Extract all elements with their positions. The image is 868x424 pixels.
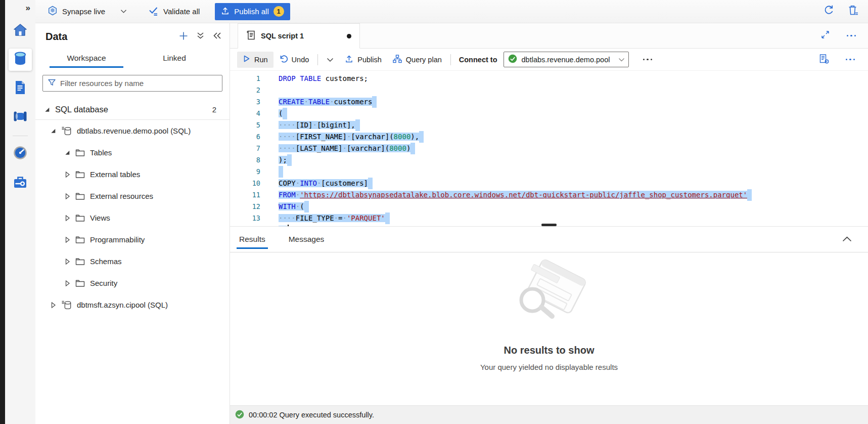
validate-all-button[interactable]: Validate all — [148, 6, 200, 17]
sidebar-item-home[interactable] — [9, 20, 32, 42]
code-token: TABLE — [300, 74, 321, 82]
publish-upload-icon — [345, 55, 353, 65]
publish-all-label: Publish all — [234, 7, 268, 16]
code-line[interactable]: 4( — [230, 108, 868, 119]
tab-workspace[interactable]: Workspace — [50, 49, 123, 68]
sidebar-item-develop[interactable] — [9, 77, 32, 100]
expand-editor-icon[interactable] — [821, 30, 830, 41]
caret-collapsed-icon[interactable] — [50, 302, 57, 309]
caret-expanded-icon[interactable] — [50, 128, 57, 134]
code-line[interactable]: 8); — [230, 154, 868, 166]
code-line[interactable]: 2 — [230, 84, 868, 96]
folder-icon — [75, 149, 85, 157]
code-token: ···· — [279, 133, 296, 141]
tab-linked[interactable]: Linked — [152, 49, 197, 68]
magnifier-document-illustration — [501, 259, 597, 325]
data-pane: Data Workspace Li — [35, 23, 230, 424]
selection-newline-tail — [419, 131, 424, 143]
upload-icon — [221, 7, 230, 17]
tab-messages[interactable]: Messages — [286, 227, 327, 252]
caret-collapsed-icon[interactable] — [64, 258, 71, 265]
workbench: SQL script 1 — [230, 23, 868, 424]
toolbar-overflow-button[interactable] — [843, 59, 858, 61]
run-button[interactable]: Run — [237, 52, 273, 68]
filter-resources-input[interactable] — [60, 79, 217, 88]
code-line[interactable]: 7····[LAST_NAME]·[varchar](8000) — [230, 143, 868, 154]
database-dropdown[interactable]: dbtlabs.revenue.demo.pool — [504, 52, 629, 67]
publish-button[interactable]: Publish — [339, 52, 387, 68]
line-number: 1 — [230, 73, 260, 84]
caret-expanded-icon[interactable] — [43, 106, 51, 113]
code-token: 8000 — [394, 133, 411, 141]
sidebar-item-monitor[interactable] — [9, 143, 32, 165]
collapse-pane-icon[interactable] — [213, 32, 221, 41]
discard-trash-icon[interactable] — [848, 5, 859, 18]
code-token — [321, 74, 325, 82]
code-line[interactable]: 1DROP TABLE customers; — [230, 73, 868, 84]
code-token: 8000 — [389, 144, 406, 152]
script-properties-icon[interactable] — [819, 54, 830, 66]
run-options-chevron[interactable] — [321, 52, 339, 68]
code-line[interactable]: 3CREATE·TABLE·customers — [230, 96, 868, 108]
code-line[interactable]: 13····FILE_TYPE·=·'PARQUET' — [230, 213, 868, 224]
sidebar-item-data[interactable] — [9, 49, 32, 71]
resource-tree: SQL database2dbtlabs.revenue.demo.pool (… — [35, 100, 230, 316]
selection-highlight: COPY·INTO·[customers] — [279, 179, 373, 187]
tab-more-button[interactable] — [844, 35, 859, 37]
tree-item[interactable]: Tables — [35, 142, 230, 163]
code-line[interactable]: 11FROM·'https://dbtlabsynapsedatalake.bl… — [230, 189, 868, 201]
sidebar-item-integrate[interactable] — [9, 106, 32, 129]
folder-icon — [75, 279, 85, 287]
tree-item[interactable]: dbtmsft.azsyn.cipool (SQL) — [35, 294, 230, 316]
selection-highlight: ····[LAST_NAME]·[varchar](8000) — [279, 144, 415, 152]
tree-item-label: Tables — [90, 148, 112, 157]
collapse-all-icon[interactable] — [197, 32, 204, 42]
tab-sql-script-1[interactable]: SQL script 1 — [238, 23, 360, 49]
code-line[interactable]: 10COPY·INTO·[customers] — [230, 178, 868, 189]
code-line[interactable]: 12WITH·( — [230, 201, 868, 213]
line-content — [279, 166, 283, 178]
undo-button[interactable]: Undo — [273, 52, 315, 68]
caret-collapsed-icon[interactable] — [64, 215, 71, 222]
query-plan-button[interactable]: Query plan — [387, 52, 447, 68]
synapse-live-selector[interactable]: Synapse live — [48, 6, 105, 18]
tree-item[interactable]: External resources — [35, 185, 230, 207]
sql-code-editor[interactable]: 1DROP TABLE customers;23CREATE·TABLE·cus… — [230, 71, 868, 226]
tree-item[interactable]: External tables — [35, 163, 230, 185]
tab-results[interactable]: Results — [237, 227, 268, 252]
tree-item[interactable]: Programmability — [35, 229, 230, 250]
line-content: COPY·INTO·[customers] — [279, 178, 373, 189]
collapse-results-chevron-up-icon[interactable] — [842, 236, 852, 242]
code-line[interactable]: 6····[FIRST_NAME]·[varchar](8000), — [230, 131, 868, 143]
mode-chevron-down-icon[interactable] — [120, 9, 127, 14]
refresh-icon[interactable] — [823, 5, 835, 18]
caret-collapsed-icon[interactable] — [64, 193, 71, 200]
publish-all-button[interactable]: Publish all 1 — [215, 3, 290, 20]
caret-collapsed-icon[interactable] — [64, 280, 71, 287]
line-content: ····FILE_TYPE·=·'PARQUET' — [279, 213, 390, 224]
gauge-icon — [13, 146, 27, 162]
tree-item[interactable]: dbtlabs.revenue.demo.pool (SQL) — [35, 120, 230, 142]
tree-item[interactable]: Security — [35, 272, 230, 294]
toolbar-more-button[interactable] — [640, 59, 656, 61]
add-icon[interactable] — [179, 31, 188, 43]
line-number: 2 — [230, 84, 260, 96]
selection-highlight: ····[ID]·[bigint], — [279, 121, 360, 129]
tree-item[interactable]: Schemas — [35, 250, 230, 272]
tree-item[interactable]: Views — [35, 207, 230, 229]
code-line[interactable]: 5····[ID]·[bigint], — [230, 119, 868, 131]
selection-newline-tail — [279, 166, 283, 178]
code-line[interactable]: 9 — [230, 166, 868, 178]
tree-item-label: Security — [90, 279, 117, 287]
caret-collapsed-icon[interactable] — [64, 171, 71, 178]
tree-item[interactable]: SQL database2 — [35, 100, 230, 120]
selection-highlight: ( — [279, 109, 287, 117]
line-number: 9 — [230, 166, 260, 178]
code-token: · — [334, 214, 338, 222]
code-token: [FIRST_NAME] — [296, 133, 347, 141]
sidebar-item-manage[interactable] — [9, 172, 32, 194]
connect-to-label: Connect to — [459, 56, 497, 64]
expand-rail-button[interactable]: » — [26, 2, 35, 13]
caret-collapsed-icon[interactable] — [64, 236, 71, 243]
caret-expanded-icon[interactable] — [64, 149, 71, 156]
